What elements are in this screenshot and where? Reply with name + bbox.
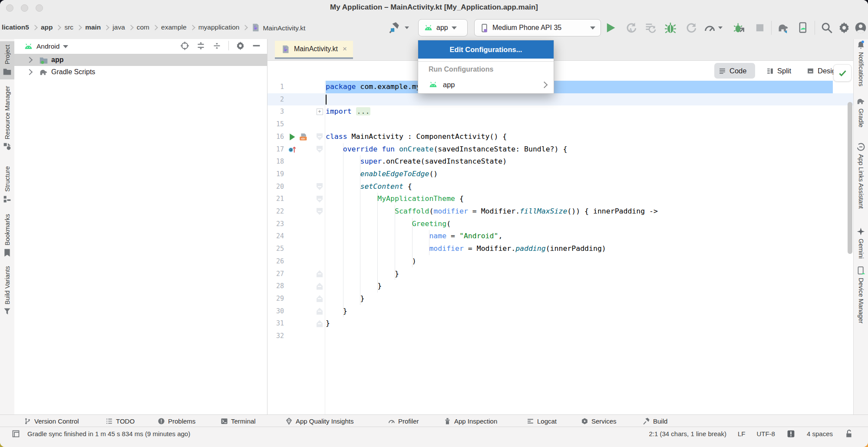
- device-selector[interactable]: Medium Phone API 35: [474, 19, 601, 36]
- debug-icon[interactable]: [664, 22, 677, 34]
- fold-close-icon[interactable]: [317, 320, 323, 327]
- tool-window-button-todo[interactable]: TODO: [106, 415, 135, 427]
- collapse-all-icon[interactable]: [212, 41, 221, 50]
- tool-window-button-build-variants[interactable]: Build Variants: [0, 266, 14, 316]
- code-line-25[interactable]: 25 modifier = Modifier.padding(innerPadd…: [267, 243, 854, 255]
- chevron-right-icon[interactable]: [26, 57, 33, 63]
- apply-changes-icon[interactable]: A: [624, 22, 637, 34]
- settings-gear-icon[interactable]: [838, 22, 850, 34]
- tool-window-button-structure[interactable]: Structure: [0, 166, 14, 204]
- line-number[interactable]: 24: [267, 230, 284, 243]
- line-number[interactable]: 30: [267, 305, 284, 318]
- line-number[interactable]: 17: [267, 143, 284, 156]
- fold-expand-icon[interactable]: +: [317, 108, 323, 115]
- tool-window-button-app-quality-insights[interactable]: App Quality Insights: [285, 415, 353, 427]
- fold-marker-zone[interactable]: [314, 193, 325, 205]
- code-line-22[interactable]: 22 Scaffold(modifier = Modifier.fillMaxS…: [267, 205, 854, 218]
- panel-settings-gear-icon[interactable]: [236, 41, 245, 50]
- breadcrumb-item[interactable]: MainActivity.kt: [250, 23, 306, 32]
- tool-window-button-project[interactable]: Project: [0, 41, 14, 79]
- profile-icon[interactable]: [684, 22, 696, 34]
- fold-marker-zone[interactable]: +: [314, 105, 325, 118]
- save-indicator-icon[interactable]: [786, 429, 795, 438]
- fold-open-icon[interactable]: [317, 146, 323, 153]
- fold-open-icon[interactable]: [317, 183, 323, 190]
- code-line-15[interactable]: 15: [267, 118, 854, 131]
- run-line-icon[interactable]: [287, 132, 297, 141]
- code-line-28[interactable]: 28 }: [267, 280, 854, 293]
- layout-perspective-icon[interactable]: [11, 429, 20, 438]
- code-line-16[interactable]: 16<>class MainActivity : ComponentActivi…: [267, 131, 854, 143]
- profiler-gauge-icon[interactable]: [703, 22, 716, 34]
- menu-item-app[interactable]: app: [418, 76, 554, 93]
- line-number[interactable]: 29: [267, 293, 284, 305]
- code-line-31[interactable]: 31}: [267, 317, 854, 330]
- breadcrumb-item[interactable]: lication5: [1, 23, 30, 31]
- code-line-32[interactable]: 32: [267, 330, 854, 342]
- code-editor[interactable]: 1package com.example.myapplication23+imp…: [267, 81, 854, 414]
- tool-window-button-gradle[interactable]: Gradle: [854, 97, 868, 128]
- unlock-icon[interactable]: [844, 429, 853, 438]
- chevron-right-icon[interactable]: [26, 69, 33, 75]
- fold-marker-zone[interactable]: [314, 305, 325, 318]
- code-line-21[interactable]: 21 MyApplicationTheme {: [267, 193, 854, 205]
- search-icon[interactable]: [821, 22, 833, 34]
- breadcrumb-item[interactable]: src: [63, 23, 74, 31]
- code-line-24[interactable]: 24 name = "Android",: [267, 230, 854, 243]
- inspections-widget[interactable]: [833, 64, 851, 82]
- fold-close-icon[interactable]: [317, 270, 323, 277]
- line-number[interactable]: 21: [267, 193, 284, 205]
- account-icon[interactable]: [855, 22, 867, 34]
- line-number[interactable]: 1: [267, 81, 284, 93]
- line-number[interactable]: 23: [267, 218, 284, 230]
- view-mode-code[interactable]: Code: [714, 63, 755, 79]
- attach-debugger-icon[interactable]: [733, 22, 745, 34]
- device-manager-icon[interactable]: [797, 22, 809, 34]
- overriding-method-icon[interactable]: [287, 145, 297, 154]
- breadcrumb-item[interactable]: java: [112, 23, 125, 31]
- tool-window-button-services[interactable]: Services: [581, 415, 617, 427]
- indent-status[interactable]: 4 spaces: [807, 430, 833, 437]
- line-number[interactable]: 3: [267, 105, 284, 118]
- tool-window-button-version-control[interactable]: Version Control: [24, 415, 79, 427]
- close-tab-icon[interactable]: ×: [343, 45, 347, 53]
- encoding-status[interactable]: UTF-8: [756, 430, 775, 437]
- gradle-sync-icon[interactable]: [777, 22, 789, 34]
- tree-item-app[interactable]: app: [14, 54, 267, 66]
- line-number[interactable]: 32: [267, 330, 284, 342]
- fold-marker-zone[interactable]: [314, 317, 325, 330]
- fold-open-icon[interactable]: [317, 196, 323, 203]
- code-line-23[interactable]: 23 Greeting(: [267, 218, 854, 230]
- build-hammer-icon[interactable]: [388, 22, 400, 34]
- breadcrumb-item[interactable]: example: [160, 23, 188, 31]
- code-line-19[interactable]: 19 enableEdgeToEdge(): [267, 168, 854, 181]
- line-number[interactable]: 20: [267, 181, 284, 193]
- code-line-29[interactable]: 29 }: [267, 293, 854, 305]
- expand-all-icon[interactable]: [196, 41, 205, 50]
- tool-window-button-logcat[interactable]: Logcat: [527, 415, 557, 427]
- stop-icon[interactable]: [754, 22, 766, 34]
- code-line-3[interactable]: 3+import ...: [267, 105, 854, 118]
- fold-open-icon[interactable]: [317, 208, 323, 215]
- line-number[interactable]: 25: [267, 243, 284, 255]
- project-view-selector[interactable]: Android: [36, 43, 59, 50]
- tool-window-button-profiler[interactable]: Profiler: [388, 415, 419, 427]
- line-number[interactable]: 27: [267, 268, 284, 280]
- tool-window-button-app-links-assistant[interactable]: App Links Assistant: [854, 142, 868, 209]
- tool-window-button-resource-manager[interactable]: Resource Manager: [0, 86, 14, 151]
- fold-marker-zone[interactable]: [314, 131, 325, 143]
- hide-panel-icon[interactable]: [252, 41, 261, 50]
- line-number[interactable]: 31: [267, 317, 284, 330]
- tool-window-button-terminal[interactable]: Terminal: [221, 415, 256, 427]
- run-configuration-selector[interactable]: app: [418, 19, 468, 36]
- fold-close-icon[interactable]: [317, 283, 323, 290]
- line-number[interactable]: 16: [267, 131, 284, 143]
- run-icon[interactable]: [604, 22, 617, 34]
- view-mode-split[interactable]: Split: [762, 63, 797, 79]
- code-line-1[interactable]: 1package com.example.myapplication: [267, 81, 854, 93]
- tab-mainactivity[interactable]: MainActivity.kt ×: [275, 41, 353, 59]
- fold-marker-zone[interactable]: [314, 293, 325, 305]
- code-line-30[interactable]: 30 }: [267, 305, 854, 318]
- code-line-26[interactable]: 26 ): [267, 255, 854, 268]
- chevron-down-icon[interactable]: [63, 45, 68, 48]
